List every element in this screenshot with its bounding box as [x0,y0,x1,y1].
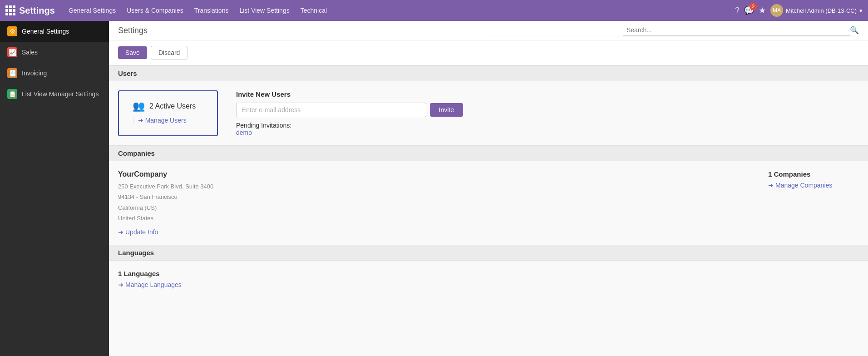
user-menu[interactable]: MA Mitchell Admin (DB-13-CC) ▾ [770,4,863,17]
main-layout: ⚙ General Settings 📈 Sales 🧾 Invoicing 📋… [0,21,868,356]
sidebar-label-general: General Settings [22,28,69,35]
app-brand[interactable]: Settings [5,5,55,16]
nav-list-view-settings[interactable]: List View Settings [235,5,294,16]
nav-users-companies[interactable]: Users & Companies [122,5,188,16]
action-bar: Save Discard [109,40,868,65]
companies-section-header: Companies [109,145,868,161]
manage-companies-link[interactable]: ➜ Manage Companies [768,182,859,189]
manage-users-link[interactable]: ➜ Manage Users [138,117,187,124]
companies-count-area: 1 Companies ➜ Manage Companies [768,170,859,236]
manage-users-label: Manage Users [145,117,187,124]
invite-section: Invite New Users Invite Pending Invitati… [236,90,463,136]
update-info-label: Update Info [125,228,158,236]
invite-button[interactable]: Invite [430,103,463,117]
active-users-card: 👥 2 Active Users | ➜ Manage Users [118,90,218,136]
company-info: YourCompany 250 Executive Park Blvd, Sui… [118,170,750,236]
sidebar: ⚙ General Settings 📈 Sales 🧾 Invoicing 📋… [0,21,109,356]
nav-technical[interactable]: Technical [296,5,331,16]
invite-row: Invite [236,103,463,117]
sales-icon: 📈 [7,47,17,57]
search-input[interactable] [623,25,850,36]
manage-companies-arrow: ➜ [768,182,774,189]
sidebar-item-invoicing[interactable]: 🧾 Invoicing [0,63,109,84]
languages-section-content: 1 Languages ➜ Manage Languages [109,261,868,297]
companies-section-content: YourCompany 250 Executive Park Blvd, Sui… [109,161,868,245]
manage-companies-label: Manage Companies [775,182,832,189]
invite-email-input[interactable] [236,103,426,117]
manage-users-arrow: ➜ [138,117,143,124]
languages-section: Languages 1 Languages ➜ Manage Languages [109,245,868,297]
manage-users-row: | ➜ Manage Users [133,117,203,124]
nav-general-settings[interactable]: General Settings [64,5,120,16]
pending-user-link[interactable]: demo [236,129,252,136]
update-info-arrow: ➜ [118,228,123,236]
manage-languages-arrow: ➜ [118,281,123,288]
apps-grid-icon[interactable] [5,5,15,15]
page-title: Settings [118,26,350,35]
save-button[interactable]: Save [118,46,147,59]
companies-count: 1 Companies [768,170,859,178]
sidebar-label-invoicing: Invoicing [22,69,47,77]
users-section-content: 👥 2 Active Users | ➜ Manage Users [109,81,868,145]
app-title: Settings [19,5,55,16]
users-group-icon: 👥 [133,100,145,112]
sidebar-item-sales[interactable]: 📈 Sales [0,42,109,63]
address-line2: 94134 - San Francisco [118,192,750,202]
activity-icon[interactable]: ★ [759,5,766,15]
message-badge: 2 [750,3,757,10]
manage-languages-label: Manage Languages [125,281,182,288]
sidebar-label-listview: List View Manager Settings [22,90,99,98]
help-icon[interactable]: ? [735,6,740,15]
users-section-header: Users [109,65,868,81]
user-dropdown-icon: ▾ [859,7,863,14]
user-avatar: MA [770,4,783,17]
update-info-link[interactable]: ➜ Update Info [118,228,750,236]
users-section: Users 👥 2 Active Users | ➜ Manage [109,65,868,145]
companies-section: Companies YourCompany 250 Executive Park… [109,145,868,245]
invoicing-icon: 🧾 [7,68,17,78]
messages-icon[interactable]: 💬 2 [744,5,754,15]
search-bar-area: Settings 🔍 [109,21,868,40]
languages-count: 1 Languages [118,270,859,277]
address-line4: United States [118,213,750,223]
nav-right-area: ? 💬 2 ★ MA Mitchell Admin (DB-13-CC) ▾ [735,4,863,17]
discard-button[interactable]: Discard [151,46,187,59]
nav-translations[interactable]: Translations [190,5,233,16]
manage-languages-link[interactable]: ➜ Manage Languages [118,281,859,288]
address-line3: California (US) [118,203,750,213]
active-users-count: 2 Active Users [149,102,196,110]
general-settings-icon: ⚙ [7,26,17,36]
listview-icon: 📋 [7,89,17,99]
search-icon: 🔍 [850,26,859,35]
search-container: 🔍 [487,25,859,36]
address-line1: 250 Executive Park Blvd, Suite 3400 [118,181,750,192]
content-area: Settings 🔍 Save Discard Users 👥 2 Acti [109,21,868,356]
companies-row: YourCompany 250 Executive Park Blvd, Sui… [118,170,859,236]
top-navigation: Settings General Settings Users & Compan… [0,0,868,21]
users-card-header: 👥 2 Active Users [133,100,203,112]
nav-links: General Settings Users & Companies Trans… [64,5,726,16]
company-address: 250 Executive Park Blvd, Suite 3400 9413… [118,181,750,224]
users-row: 👥 2 Active Users | ➜ Manage Users [118,90,859,136]
pending-label: Pending Invitations: [236,122,463,129]
languages-section-header: Languages [109,245,868,261]
sidebar-label-sales: Sales [22,49,38,56]
sidebar-item-listview[interactable]: 📋 List View Manager Settings [0,84,109,104]
sidebar-item-general[interactable]: ⚙ General Settings [0,21,109,42]
user-name: Mitchell Admin (DB-13-CC) [786,7,857,14]
invite-title: Invite New Users [236,90,463,98]
company-name: YourCompany [118,170,750,178]
